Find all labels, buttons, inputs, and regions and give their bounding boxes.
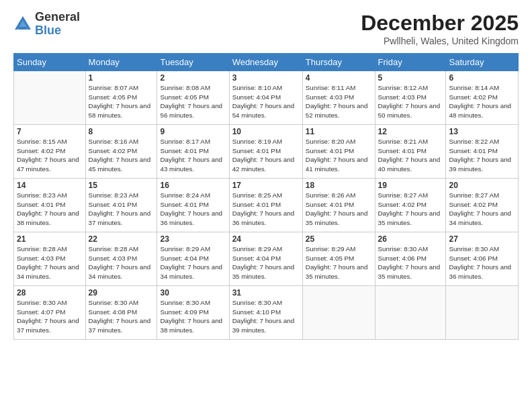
sunset: Sunset: 4:01 PM <box>232 201 281 208</box>
table-row: 30 Sunrise: 8:30 AM Sunset: 4:09 PM Dayl… <box>157 286 229 340</box>
cell-info: Sunrise: 8:11 AM Sunset: 4:03 PM Dayligh… <box>306 83 372 120</box>
daylight: Daylight: 7 hours and 42 minutes. <box>232 156 295 173</box>
cell-info: Sunrise: 8:27 AM Sunset: 4:02 PM Dayligh… <box>378 191 443 228</box>
col-friday: Friday <box>375 54 446 71</box>
table-row: 24 Sunrise: 8:29 AM Sunset: 4:04 PM Dayl… <box>229 232 302 286</box>
sunrise: Sunrise: 8:26 AM <box>306 191 356 199</box>
page-header: General Blue December 2025 Pwllheli, Wal… <box>13 11 519 46</box>
col-monday: Monday <box>85 54 157 71</box>
calendar-week-row: 1 Sunrise: 8:07 AM Sunset: 4:05 PM Dayli… <box>14 71 519 125</box>
main-title: December 2025 <box>361 11 519 36</box>
cell-info: Sunrise: 8:16 AM Sunset: 4:02 PM Dayligh… <box>89 137 154 174</box>
table-row: 20 Sunrise: 8:27 AM Sunset: 4:02 PM Dayl… <box>446 179 519 232</box>
table-row: 6 Sunrise: 8:14 AM Sunset: 4:02 PM Dayli… <box>446 71 519 125</box>
sunrise: Sunrise: 8:29 AM <box>232 245 283 253</box>
logo-text: General Blue <box>35 11 80 38</box>
daylight: Daylight: 7 hours and 35 minutes. <box>232 263 295 280</box>
day-number: 10 <box>232 127 300 136</box>
day-number: 5 <box>378 73 443 83</box>
day-number: 12 <box>378 127 443 136</box>
sunset: Sunset: 4:01 PM <box>232 147 281 154</box>
daylight: Daylight: 7 hours and 58 minutes. <box>89 102 151 119</box>
day-number: 28 <box>17 288 83 298</box>
sunrise: Sunrise: 8:21 AM <box>378 138 429 145</box>
cell-info: Sunrise: 8:30 AM Sunset: 4:07 PM Dayligh… <box>17 298 83 335</box>
table-row: 14 Sunrise: 8:23 AM Sunset: 4:01 PM Dayl… <box>14 179 86 232</box>
cell-info: Sunrise: 8:28 AM Sunset: 4:03 PM Dayligh… <box>89 244 154 281</box>
sunset: Sunset: 4:06 PM <box>449 255 497 262</box>
table-row: 7 Sunrise: 8:15 AM Sunset: 4:02 PM Dayli… <box>14 125 86 179</box>
day-number: 13 <box>449 127 515 136</box>
sunrise: Sunrise: 8:16 AM <box>89 138 139 145</box>
sunset: Sunset: 4:03 PM <box>378 93 427 101</box>
day-number: 30 <box>160 288 226 298</box>
cell-info: Sunrise: 8:30 AM Sunset: 4:08 PM Dayligh… <box>89 298 154 335</box>
sunrise: Sunrise: 8:27 AM <box>449 191 499 199</box>
sunrise: Sunrise: 8:10 AM <box>232 84 283 91</box>
page: General Blue December 2025 Pwllheli, Wal… <box>0 0 532 411</box>
table-row: 9 Sunrise: 8:17 AM Sunset: 4:01 PM Dayli… <box>157 125 229 179</box>
day-number: 3 <box>232 73 300 83</box>
cell-info: Sunrise: 8:17 AM Sunset: 4:01 PM Dayligh… <box>160 137 226 174</box>
table-row <box>14 71 86 125</box>
cell-info: Sunrise: 8:30 AM Sunset: 4:06 PM Dayligh… <box>378 244 443 281</box>
cell-info: Sunrise: 8:27 AM Sunset: 4:02 PM Dayligh… <box>449 191 515 228</box>
cell-info: Sunrise: 8:14 AM Sunset: 4:02 PM Dayligh… <box>449 83 515 120</box>
table-row: 4 Sunrise: 8:11 AM Sunset: 4:03 PM Dayli… <box>302 71 375 125</box>
daylight: Daylight: 7 hours and 37 minutes. <box>89 317 151 334</box>
daylight: Daylight: 7 hours and 34 minutes. <box>89 263 151 280</box>
day-number: 2 <box>160 73 226 83</box>
sunset: Sunset: 4:02 PM <box>378 201 427 208</box>
sunset: Sunset: 4:04 PM <box>232 255 281 262</box>
daylight: Daylight: 7 hours and 50 minutes. <box>378 102 441 119</box>
cell-info: Sunrise: 8:26 AM Sunset: 4:01 PM Dayligh… <box>306 191 372 228</box>
sunset: Sunset: 4:01 PM <box>160 147 208 154</box>
col-saturday: Saturday <box>446 54 519 71</box>
day-number: 26 <box>378 234 443 244</box>
sunrise: Sunrise: 8:30 AM <box>17 299 67 306</box>
sunset: Sunset: 4:01 PM <box>449 147 497 154</box>
daylight: Daylight: 7 hours and 38 minutes. <box>160 317 222 334</box>
sunset: Sunset: 4:10 PM <box>232 308 281 316</box>
daylight: Daylight: 7 hours and 37 minutes. <box>17 317 79 334</box>
calendar-table: Sunday Monday Tuesday Wednesday Thursday… <box>13 53 519 340</box>
sunset: Sunset: 4:01 PM <box>160 201 208 208</box>
sunset: Sunset: 4:03 PM <box>17 255 65 262</box>
sunrise: Sunrise: 8:25 AM <box>232 191 283 199</box>
sunset: Sunset: 4:06 PM <box>378 255 427 262</box>
daylight: Daylight: 7 hours and 40 minutes. <box>378 156 441 173</box>
calendar-week-row: 7 Sunrise: 8:15 AM Sunset: 4:02 PM Dayli… <box>14 125 519 179</box>
sunrise: Sunrise: 8:29 AM <box>160 245 210 253</box>
cell-info: Sunrise: 8:15 AM Sunset: 4:02 PM Dayligh… <box>17 137 83 174</box>
table-row: 29 Sunrise: 8:30 AM Sunset: 4:08 PM Dayl… <box>85 286 157 340</box>
table-row: 1 Sunrise: 8:07 AM Sunset: 4:05 PM Dayli… <box>85 71 157 125</box>
cell-info: Sunrise: 8:30 AM Sunset: 4:06 PM Dayligh… <box>449 244 515 281</box>
cell-info: Sunrise: 8:29 AM Sunset: 4:04 PM Dayligh… <box>160 244 226 281</box>
daylight: Daylight: 7 hours and 34 minutes. <box>160 263 222 280</box>
calendar-week-row: 28 Sunrise: 8:30 AM Sunset: 4:07 PM Dayl… <box>14 286 519 340</box>
cell-info: Sunrise: 8:19 AM Sunset: 4:01 PM Dayligh… <box>232 137 300 174</box>
cell-info: Sunrise: 8:08 AM Sunset: 4:05 PM Dayligh… <box>160 83 226 120</box>
col-tuesday: Tuesday <box>157 54 229 71</box>
sunrise: Sunrise: 8:30 AM <box>89 299 139 306</box>
sunset: Sunset: 4:01 PM <box>378 147 427 154</box>
cell-info: Sunrise: 8:23 AM Sunset: 4:01 PM Dayligh… <box>89 191 154 228</box>
sunrise: Sunrise: 8:30 AM <box>160 299 210 306</box>
day-number: 9 <box>160 127 226 136</box>
day-number: 17 <box>232 181 300 190</box>
col-thursday: Thursday <box>302 54 375 71</box>
cell-info: Sunrise: 8:24 AM Sunset: 4:01 PM Dayligh… <box>160 191 226 228</box>
logo-blue: Blue <box>35 24 80 38</box>
subtitle: Pwllheli, Wales, United Kingdom <box>361 36 519 46</box>
calendar-week-row: 21 Sunrise: 8:28 AM Sunset: 4:03 PM Dayl… <box>14 232 519 286</box>
day-number: 31 <box>232 288 300 298</box>
cell-info: Sunrise: 8:20 AM Sunset: 4:01 PM Dayligh… <box>306 137 372 174</box>
sunrise: Sunrise: 8:30 AM <box>232 299 283 306</box>
day-number: 23 <box>160 234 226 244</box>
daylight: Daylight: 7 hours and 35 minutes. <box>378 263 441 280</box>
sunrise: Sunrise: 8:08 AM <box>160 84 210 91</box>
sunset: Sunset: 4:04 PM <box>232 93 281 101</box>
sunset: Sunset: 4:01 PM <box>306 201 354 208</box>
sunset: Sunset: 4:09 PM <box>160 308 208 316</box>
cell-info: Sunrise: 8:22 AM Sunset: 4:01 PM Dayligh… <box>449 137 515 174</box>
